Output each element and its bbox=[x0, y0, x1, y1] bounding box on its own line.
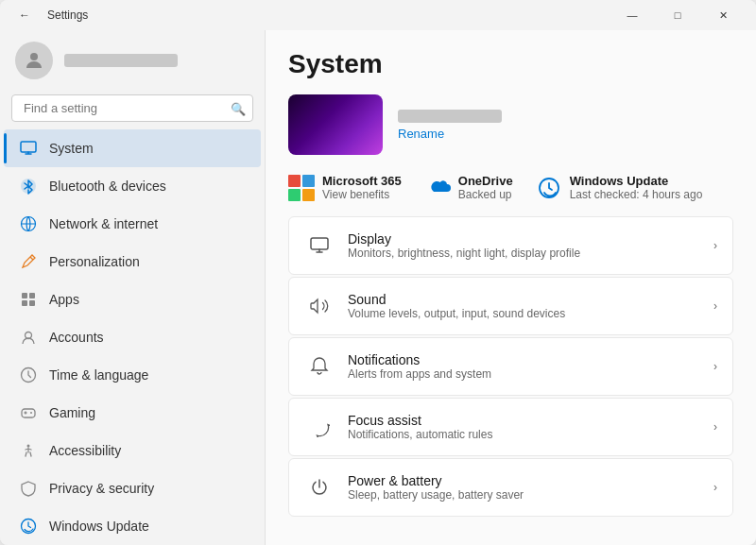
power-icon bbox=[304, 472, 335, 502]
windows-update-icon bbox=[19, 517, 38, 536]
gaming-label: Gaming bbox=[49, 405, 95, 420]
display-desc: Monitors, brightness, night light, displ… bbox=[348, 247, 580, 260]
minimize-button[interactable]: — bbox=[610, 0, 654, 30]
sidebar-item-gaming[interactable]: Gaming bbox=[4, 394, 261, 432]
apps-label: Apps bbox=[49, 292, 79, 307]
power-text: Power & battery Sleep, battery usage, ba… bbox=[348, 473, 524, 502]
svg-rect-10 bbox=[22, 409, 35, 417]
privacy-icon bbox=[19, 479, 38, 498]
personalization-icon bbox=[19, 252, 38, 271]
notif-item-left: Notifications Alerts from apps and syste… bbox=[304, 351, 491, 382]
focus-chevron: › bbox=[713, 420, 717, 434]
search-box: 🔍 bbox=[11, 94, 253, 122]
ms365-text: Microsoft 365 View benefits bbox=[322, 174, 402, 201]
sound-setting[interactable]: Sound Volume levels, output, input, soun… bbox=[288, 277, 733, 335]
sidebar-item-apps[interactable]: Apps bbox=[4, 281, 261, 318]
titlebar-controls: — □ ✕ bbox=[610, 0, 745, 30]
time-label: Time & language bbox=[49, 367, 148, 383]
svg-point-11 bbox=[30, 412, 32, 414]
sidebar-item-windows-update[interactable]: Windows Update ← bbox=[4, 507, 261, 545]
svg-rect-4 bbox=[22, 293, 27, 298]
onedrive-link[interactable]: OneDrive Backed up bbox=[424, 174, 513, 201]
sidebar-item-personalization[interactable]: Personalization bbox=[4, 243, 261, 281]
notifications-icon bbox=[304, 351, 335, 382]
settings-list: Display Monitors, brightness, night ligh… bbox=[288, 216, 733, 517]
svg-rect-5 bbox=[29, 293, 35, 298]
titlebar-left: ← Settings bbox=[11, 2, 88, 28]
display-chevron: › bbox=[713, 239, 717, 252]
sound-name: Sound bbox=[348, 292, 565, 307]
svg-rect-7 bbox=[29, 300, 35, 306]
network-icon bbox=[19, 214, 38, 233]
ms365-link[interactable]: Microsoft 365 View benefits bbox=[288, 174, 402, 201]
sidebar-item-time[interactable]: Time & language bbox=[4, 356, 261, 394]
network-label: Network & internet bbox=[49, 216, 158, 231]
hero-image bbox=[288, 94, 383, 155]
sound-chevron: › bbox=[713, 299, 717, 313]
sound-desc: Volume levels, output, input, sound devi… bbox=[348, 307, 565, 320]
ms365-name: Microsoft 365 bbox=[322, 174, 402, 188]
search-input[interactable] bbox=[11, 94, 253, 122]
sidebar-item-network[interactable]: Network & internet bbox=[4, 205, 261, 243]
ms365-sub: View benefits bbox=[322, 188, 402, 201]
sidebar-item-bluetooth[interactable]: Bluetooth & devices bbox=[4, 167, 261, 205]
apps-icon bbox=[19, 290, 38, 309]
focus-name: Focus assist bbox=[348, 413, 492, 428]
accessibility-icon bbox=[19, 441, 38, 460]
main-content: System Rename bbox=[265, 30, 756, 545]
close-button[interactable]: ✕ bbox=[701, 0, 745, 30]
ms365-icon bbox=[288, 175, 315, 201]
search-icon: 🔍 bbox=[231, 101, 246, 115]
settings-window: ← Settings — □ ✕ bbox=[0, 0, 756, 545]
hero-section: Rename bbox=[288, 94, 733, 155]
notif-text: Notifications Alerts from apps and syste… bbox=[348, 352, 491, 381]
gaming-icon bbox=[19, 403, 38, 422]
sidebar-item-accessibility[interactable]: Accessibility bbox=[4, 432, 261, 469]
windows-update-label: Windows Update bbox=[49, 519, 149, 534]
power-item-left: Power & battery Sleep, battery usage, ba… bbox=[304, 472, 524, 502]
display-item-left: Display Monitors, brightness, night ligh… bbox=[304, 230, 580, 261]
sound-icon bbox=[304, 291, 335, 321]
winupdate-sub: Last checked: 4 hours ago bbox=[570, 188, 703, 201]
hero-name-bar bbox=[398, 110, 502, 123]
accounts-label: Accounts bbox=[49, 330, 104, 345]
svg-rect-15 bbox=[311, 238, 328, 249]
winupdate-link[interactable]: Windows Update Last checked: 4 hours ago bbox=[536, 174, 703, 201]
svg-point-0 bbox=[30, 53, 38, 60]
rename-link[interactable]: Rename bbox=[398, 127, 502, 141]
onedrive-name: OneDrive bbox=[458, 174, 513, 188]
focus-item-left: Focus assist Notifications, automatic ru… bbox=[304, 412, 492, 442]
hero-info: Rename bbox=[398, 110, 502, 141]
focus-text: Focus assist Notifications, automatic ru… bbox=[348, 413, 492, 441]
sidebar-item-system[interactable]: System bbox=[4, 129, 261, 167]
avatar bbox=[15, 42, 53, 79]
display-name: Display bbox=[348, 231, 580, 247]
notifications-setting[interactable]: Notifications Alerts from apps and syste… bbox=[288, 337, 733, 396]
system-label: System bbox=[49, 141, 94, 156]
bluetooth-label: Bluetooth & devices bbox=[49, 179, 166, 194]
focus-setting[interactable]: Focus assist Notifications, automatic ru… bbox=[288, 398, 733, 456]
content-area: 🔍 System bbox=[0, 30, 756, 545]
display-setting[interactable]: Display Monitors, brightness, night ligh… bbox=[288, 216, 733, 275]
onedrive-icon bbox=[424, 175, 451, 201]
onedrive-text: OneDrive Backed up bbox=[458, 174, 513, 201]
notif-desc: Alerts from apps and system bbox=[348, 367, 491, 381]
sidebar-item-accounts[interactable]: Accounts bbox=[4, 318, 261, 356]
user-profile[interactable] bbox=[0, 30, 265, 94]
winupdate-text: Windows Update Last checked: 4 hours ago bbox=[570, 174, 703, 201]
back-button[interactable]: ← bbox=[11, 2, 38, 28]
maximize-button[interactable]: □ bbox=[656, 0, 699, 30]
sidebar: 🔍 System bbox=[0, 30, 265, 545]
svg-rect-6 bbox=[22, 300, 27, 306]
power-name: Power & battery bbox=[348, 473, 524, 488]
sidebar-item-privacy[interactable]: Privacy & security bbox=[4, 469, 261, 507]
power-desc: Sleep, battery usage, battery saver bbox=[348, 488, 524, 502]
onedrive-sub: Backed up bbox=[458, 188, 513, 201]
power-setting[interactable]: Power & battery Sleep, battery usage, ba… bbox=[288, 458, 733, 517]
power-chevron: › bbox=[713, 481, 717, 494]
winupdate-name: Windows Update bbox=[570, 174, 703, 188]
titlebar-title: Settings bbox=[47, 9, 88, 22]
winupdate-icon bbox=[536, 175, 562, 201]
app-links: Microsoft 365 View benefits OneDrive Bac… bbox=[288, 174, 733, 201]
sound-item-left: Sound Volume levels, output, input, soun… bbox=[304, 291, 565, 321]
